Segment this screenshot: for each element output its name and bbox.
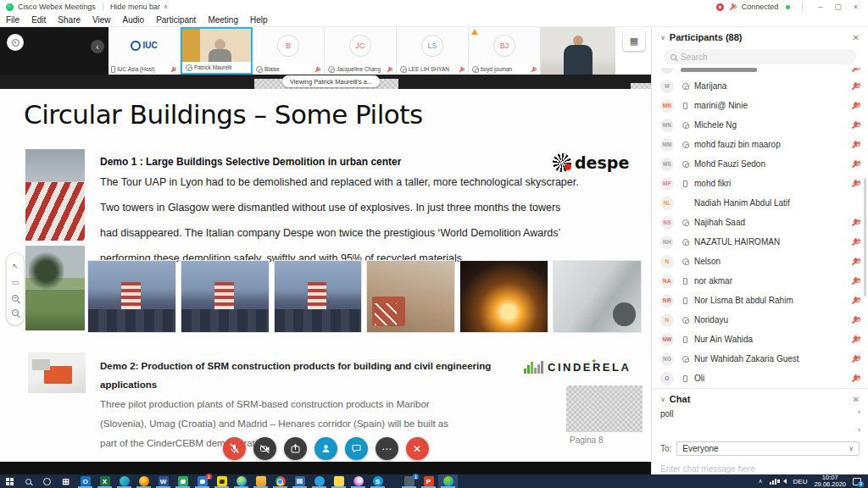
taskbar-app[interactable]: [212, 474, 231, 488]
network-signal-icon[interactable]: [770, 479, 776, 485]
participant-row[interactable]: MN Michele Ng: [652, 115, 868, 135]
scrollbar-thumb[interactable]: [864, 178, 866, 297]
pointer-tool-icon[interactable]: ↖: [12, 262, 19, 270]
muted-mic-icon[interactable]: [315, 66, 320, 72]
participant-row[interactable]: M Marijana: [652, 76, 868, 96]
taskbar-app[interactable]: [134, 474, 153, 488]
close-chat-icon[interactable]: ✕: [853, 395, 860, 404]
menu-item[interactable]: View: [86, 15, 117, 25]
participants-button[interactable]: [314, 437, 337, 460]
taskbar-app[interactable]: X: [95, 474, 114, 488]
muted-mic-icon[interactable]: [852, 374, 860, 383]
menu-item[interactable]: Help: [244, 15, 274, 25]
taskbar-app[interactable]: O: [75, 474, 95, 488]
close-button[interactable]: ×: [850, 3, 861, 11]
muted-mic-icon[interactable]: [852, 219, 860, 227]
taskbar-app[interactable]: [309, 474, 329, 488]
taskbar-search-button[interactable]: [19, 474, 37, 488]
video-tile-boyd[interactable]: BJ boyd jouman: [469, 27, 541, 75]
taskbar-app[interactable]: [270, 474, 290, 488]
muted-mic-icon[interactable]: [852, 277, 860, 286]
chat-button[interactable]: [345, 437, 368, 460]
muted-mic-icon[interactable]: [852, 258, 860, 266]
participant-row[interactable]: NW Nur Ain Wahida: [652, 330, 868, 349]
menu-item[interactable]: Edit: [25, 15, 52, 25]
taskbar-app[interactable]: [438, 474, 458, 488]
leave-meeting-button[interactable]: ✕: [406, 437, 429, 460]
menu-item[interactable]: Participant: [150, 15, 202, 25]
strip-info-button[interactable]: [7, 34, 24, 51]
video-tile-jacqueline[interactable]: JC Jacqueline Chang: [325, 27, 397, 75]
taskbar-app[interactable]: 1: [192, 474, 212, 488]
participant-row[interactable]: O Oli: [652, 369, 868, 388]
language-indicator[interactable]: DEU: [793, 478, 808, 485]
chevron-up-icon[interactable]: ∧: [164, 3, 168, 10]
taskbar-app[interactable]: [231, 474, 251, 488]
participant-row-clipped[interactable]: [652, 68, 868, 76]
muted-mic-icon[interactable]: [852, 102, 860, 110]
mute-button[interactable]: [223, 437, 246, 460]
video-tile-blaise[interactable]: B Blaise: [253, 27, 325, 75]
muted-mic-icon[interactable]: [852, 121, 860, 130]
share-screen-button[interactable]: [284, 437, 307, 460]
taskbar-app[interactable]: [329, 474, 348, 488]
chat-input[interactable]: Enter chat message here: [660, 464, 860, 474]
taskbar-app[interactable]: [348, 474, 368, 488]
chat-scroll-arrows[interactable]: ∧∨: [858, 409, 861, 433]
participant-row[interactable]: NR Nor Lisma Bt abdul Rahim: [652, 291, 868, 310]
participant-row[interactable]: NA nor akmar: [652, 271, 868, 291]
viewing-banner[interactable]: Viewing Patrick Maurelli's a...: [282, 75, 380, 87]
collapse-strip-button[interactable]: ‹: [91, 40, 104, 53]
participant-row[interactable]: MS Mohd Fauzi Sedon: [652, 154, 868, 174]
participant-row[interactable]: NH NAZATUL HAIROMAN: [652, 232, 868, 252]
more-options-button[interactable]: ⋯: [376, 437, 398, 460]
video-tile-patrick-active-speaker[interactable]: Patrick Maurelli: [181, 27, 253, 75]
participant-row[interactable]: NL Nadiah Hanim Abdul Latif: [652, 193, 868, 213]
recording-icon[interactable]: [716, 3, 724, 11]
volume-icon[interactable]: [783, 479, 787, 484]
camera-button[interactable]: [253, 437, 276, 460]
close-participants-icon[interactable]: ✕: [853, 33, 860, 42]
action-center-icon[interactable]: 3: [853, 478, 861, 485]
participant-row[interactable]: MF mohd fikri: [652, 174, 868, 193]
taskbar-app[interactable]: [251, 474, 270, 488]
video-tile-iuc[interactable]: IUC IUC Asia (Host): [108, 27, 181, 75]
muted-mic-icon[interactable]: [852, 355, 860, 363]
taskbar-app[interactable]: [290, 474, 309, 488]
start-button[interactable]: [0, 474, 19, 488]
menu-item[interactable]: Audio: [117, 15, 151, 25]
muted-mic-icon[interactable]: [852, 180, 860, 188]
maximize-button[interactable]: ▢: [831, 3, 845, 11]
cortana-button[interactable]: [37, 474, 56, 488]
grid-view-button[interactable]: ▦: [623, 30, 645, 51]
muted-mic-icon[interactable]: [171, 66, 176, 72]
muted-mic-icon[interactable]: [852, 297, 860, 305]
taskbar-app[interactable]: 1: [399, 474, 419, 488]
participant-row[interactable]: MN marini@ Ninie: [652, 96, 868, 115]
participant-row[interactable]: N Noridayu: [652, 310, 868, 330]
minimize-button[interactable]: –: [815, 3, 826, 11]
participants-search[interactable]: Search: [664, 49, 856, 64]
hide-menu-bar-button[interactable]: Hide menu bar: [110, 3, 160, 11]
chevron-down-icon[interactable]: ∨: [660, 34, 665, 42]
muted-mic-icon[interactable]: [852, 141, 860, 149]
muted-mic-icon[interactable]: [852, 316, 860, 324]
recipient-select[interactable]: Everyone ∨: [676, 441, 860, 456]
taskbar-app[interactable]: W: [153, 474, 173, 488]
participant-row[interactable]: NS Najihah Saad: [652, 213, 868, 232]
zoom-out-icon[interactable]: −: [12, 309, 19, 316]
taskbar-app[interactable]: [173, 474, 192, 488]
muted-mic-icon[interactable]: [531, 66, 537, 72]
taskbar-clock[interactable]: 10:07 29.06.2020: [814, 474, 846, 488]
muted-mic-icon[interactable]: [852, 160, 860, 169]
taskbar-app[interactable]: [114, 474, 134, 488]
video-tile-lee[interactable]: LS LEE LIH SHYAN: [397, 27, 469, 75]
muted-mic-icon[interactable]: [459, 66, 465, 72]
chevron-down-icon[interactable]: ∨: [660, 396, 665, 403]
taskbar-app[interactable]: P: [419, 474, 438, 488]
zoom-in-icon[interactable]: +: [12, 295, 19, 302]
video-tile-self[interactable]: [541, 27, 615, 75]
muted-mic-icon[interactable]: [387, 66, 392, 72]
participant-row[interactable]: N Nelson: [652, 252, 868, 271]
muted-mic-icon[interactable]: [852, 82, 860, 91]
